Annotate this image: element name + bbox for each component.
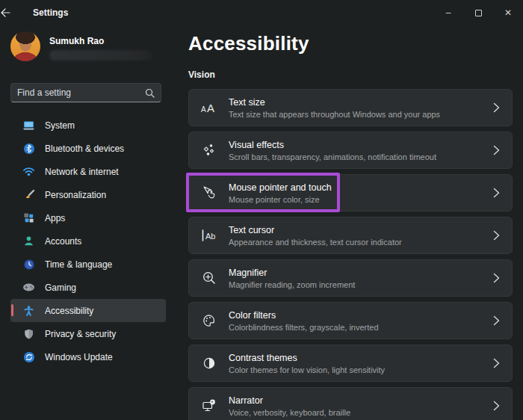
card-narrator[interactable]: Narrator Voice, verbosity, keyboard, bra… [188, 387, 513, 420]
card-visual-effects[interactable]: Visual effects Scroll bars, transparency… [188, 132, 513, 169]
titlebar: Settings – ✕ [0, 0, 523, 25]
card-title: Text cursor [229, 225, 402, 235]
card-text-size[interactable]: A A Text size Text size that appears thr… [188, 89, 513, 126]
card-subtitle: Color themes for low vision, light sensi… [229, 365, 385, 374]
sidebar-item-label: Time & language [45, 259, 112, 270]
sidebar-item-personalization[interactable]: Personalization [10, 183, 166, 206]
magnifier-icon [201, 270, 217, 286]
card-title: Magnifier [229, 268, 355, 278]
sidebar-nav: System Bluetooth & devices [10, 114, 166, 368]
sidebar-item-time-language[interactable]: Time & language [10, 253, 166, 276]
card-title: Contrast themes [229, 353, 385, 363]
avatar [10, 31, 40, 61]
svg-text:Ab: Ab [205, 232, 215, 241]
card-subtitle: Colorblindness filters, grayscale, inver… [229, 323, 379, 332]
contrast-themes-icon [201, 355, 217, 371]
profile-email-blurred [49, 50, 152, 61]
card-title: Color filters [229, 310, 379, 321]
accounts-icon [22, 235, 35, 247]
sidebar-item-gaming[interactable]: Gaming [10, 276, 166, 299]
card-title: Narrator [229, 395, 350, 406]
maximize-button[interactable] [463, 0, 493, 25]
color-filters-icon [201, 312, 217, 329]
sidebar-item-accessibility[interactable]: Accessibility [10, 299, 166, 322]
text-cursor-icon: Ab [201, 227, 217, 244]
search-input[interactable] [17, 87, 145, 98]
search-icon[interactable] [145, 88, 155, 98]
card-subtitle: Voice, verbosity, keyboard, braille [229, 408, 350, 417]
back-button[interactable] [0, 8, 33, 17]
card-subtitle: Mouse pointer color, size [229, 195, 332, 204]
user-profile[interactable]: Sumukh Rao [10, 31, 166, 64]
card-title: Visual effects [229, 140, 436, 150]
sidebar-item-label: System [45, 120, 75, 131]
svg-text:A: A [207, 102, 214, 114]
window-title: Settings [33, 7, 68, 18]
chevron-right-icon [493, 145, 500, 155]
sidebar-item-windows-update[interactable]: Windows Update [10, 345, 166, 368]
network-icon [22, 165, 35, 178]
card-color-filters[interactable]: Color filters Colorblindness filters, gr… [188, 302, 513, 339]
time-language-icon [22, 258, 35, 271]
sidebar-item-label: Personalization [45, 190, 106, 200]
chevron-right-icon [493, 273, 500, 283]
mouse-pointer-touch-icon [201, 185, 217, 201]
chevron-right-icon [493, 358, 500, 368]
card-subtitle: Text size that appears throughout Window… [229, 110, 440, 119]
card-mouse-pointer-touch[interactable]: Mouse pointer and touch Mouse pointer co… [188, 174, 513, 211]
sidebar-item-label: Bluetooth & devices [45, 143, 124, 154]
svg-text:A: A [201, 105, 206, 114]
narrator-icon [201, 398, 217, 414]
settings-card-list: A A Text size Text size that appears thr… [188, 89, 513, 420]
chevron-right-icon [493, 315, 500, 326]
sidebar-item-system[interactable]: System [10, 114, 166, 137]
sidebar-item-privacy-security[interactable]: Privacy & security [10, 322, 166, 345]
chevron-right-icon [493, 401, 500, 411]
sidebar-item-accounts[interactable]: Accounts [10, 229, 166, 253]
card-title: Mouse pointer and touch [229, 182, 332, 193]
card-subtitle: Scroll bars, transparency, animations, n… [229, 152, 436, 161]
card-contrast-themes[interactable]: Contrast themes Color themes for low vis… [188, 345, 513, 382]
system-icon [22, 119, 35, 132]
profile-text: Sumukh Rao [49, 31, 152, 61]
accessibility-icon [22, 304, 35, 317]
chevron-right-icon [493, 102, 500, 113]
card-text-cursor[interactable]: Ab Text cursor Appearance and thickness,… [188, 217, 513, 254]
sidebar-item-label: Privacy & security [45, 329, 116, 339]
window-controls: – ✕ [433, 0, 523, 25]
chevron-right-icon [493, 188, 500, 198]
profile-name: Sumukh Rao [49, 36, 152, 46]
sidebar-item-label: Gaming [45, 282, 76, 293]
back-arrow-icon [0, 8, 10, 17]
card-magnifier[interactable]: Magnifier Magnifier reading, zoom increm… [188, 259, 513, 297]
card-title: Text size [229, 97, 440, 108]
text-size-icon: A A [201, 99, 217, 116]
minimize-button[interactable]: – [433, 0, 463, 25]
sidebar-item-network[interactable]: Network & internet [10, 160, 166, 183]
gaming-icon [22, 281, 35, 294]
section-label-vision: Vision [188, 70, 513, 80]
privacy-security-icon [22, 327, 35, 340]
chevron-right-icon [493, 230, 500, 241]
sidebar: Sumukh Rao [0, 25, 176, 420]
sidebar-item-label: Windows Update [45, 352, 113, 362]
sidebar-item-label: Accounts [45, 236, 81, 247]
sidebar-item-apps[interactable]: Apps [10, 206, 166, 229]
main-content: Accessibility Vision A A Text size Text … [176, 25, 523, 420]
personalization-icon [22, 188, 35, 201]
apps-icon [22, 211, 35, 224]
close-button[interactable]: ✕ [493, 0, 523, 25]
sidebar-item-label: Apps [45, 213, 65, 223]
maximize-icon [475, 10, 482, 16]
page-title: Accessibility [188, 32, 513, 55]
card-subtitle: Appearance and thickness, text cursor in… [229, 238, 402, 247]
search-box[interactable] [10, 83, 161, 102]
bluetooth-icon [22, 142, 35, 155]
visual-effects-icon [201, 142, 217, 158]
sidebar-item-bluetooth[interactable]: Bluetooth & devices [10, 137, 166, 160]
windows-update-icon [22, 350, 35, 363]
sidebar-item-label: Accessibility [45, 306, 93, 316]
sidebar-item-label: Network & internet [45, 167, 119, 177]
card-subtitle: Magnifier reading, zoom increment [229, 280, 355, 289]
